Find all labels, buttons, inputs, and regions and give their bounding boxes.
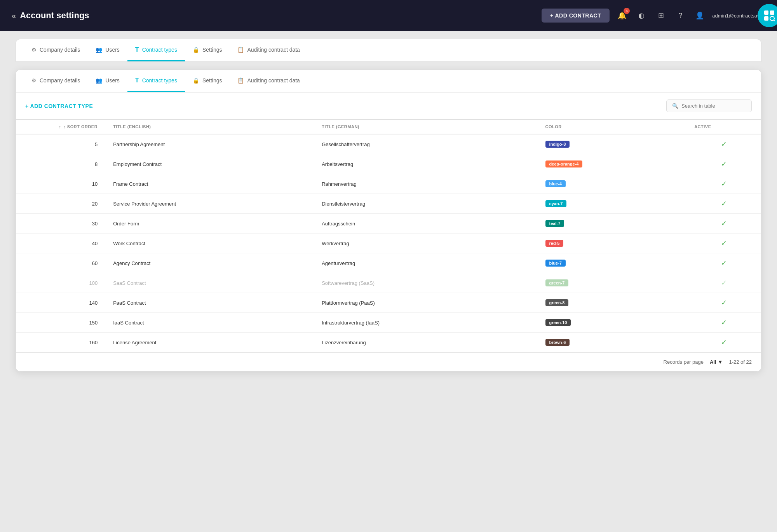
th-color[interactable]: COLOR: [538, 120, 687, 134]
check-icon: ✓: [694, 199, 753, 208]
table-footer: Records per page All ▼ 1-22 of 22: [16, 352, 761, 371]
grid-icon[interactable]: ⊞: [654, 9, 668, 23]
table-row[interactable]: 60 Agency Contract Agenturvertrag blue-7…: [16, 253, 761, 273]
search-input[interactable]: [681, 103, 744, 109]
cell-title-en: PaaS Contract: [105, 293, 314, 313]
cell-active: ✓: [686, 253, 761, 273]
inner-tab-company-details[interactable]: ⚙ Company details: [24, 70, 88, 92]
page-title: « Account settings: [12, 10, 89, 21]
cell-color: green-10: [538, 313, 687, 333]
outer-tabs: ⚙ Company details 👥 Users T Contract typ…: [16, 39, 761, 62]
cell-active: ✓: [686, 313, 761, 333]
color-badge: blue-7: [545, 260, 566, 267]
color-badge: cyan-7: [545, 200, 567, 207]
inner-company-icon: ⚙: [31, 77, 37, 84]
inner-tab-users[interactable]: 👥 Users: [88, 70, 127, 92]
cell-title-en: Work Contract: [105, 234, 314, 253]
inner-tabs: ⚙ Company details 👥 Users T Contract typ…: [16, 70, 761, 92]
cell-color: teal-7: [538, 214, 687, 234]
users-icon: 👥: [96, 47, 102, 53]
cell-title-en: Employment Contract: [105, 154, 314, 174]
inner-tab-settings[interactable]: 🔒 Settings: [185, 70, 230, 92]
theme-icon[interactable]: ◐: [634, 9, 648, 23]
th-title-de[interactable]: TITLE (GERMAN): [314, 120, 537, 134]
table-row[interactable]: 5 Partnership Agreement Gesellschafterve…: [16, 134, 761, 154]
outer-tab-users[interactable]: 👥 Users: [88, 40, 127, 61]
color-badge: green-7: [545, 279, 569, 286]
app-logo-circle: [758, 4, 777, 27]
cell-sort-order: 40: [16, 234, 105, 253]
cell-color: blue-4: [538, 174, 687, 194]
check-icon: ✓: [694, 318, 753, 327]
records-count: 1-22 of 22: [729, 359, 752, 365]
color-badge: brown-6: [545, 339, 570, 346]
account-icon[interactable]: 👤: [693, 9, 707, 23]
cell-sort-order: 160: [16, 333, 105, 352]
table-row[interactable]: 150 IaaS Contract Infrastrukturvertrag (…: [16, 313, 761, 333]
table-row[interactable]: 100 SaaS Contract Softwarevertrag (SaaS)…: [16, 273, 761, 293]
cell-color: cyan-7: [538, 194, 687, 214]
svg-rect-2: [764, 16, 768, 21]
cell-title-de: Arbeitsvertrag: [314, 154, 537, 174]
outer-tab-settings[interactable]: 🔒 Settings: [185, 40, 230, 61]
cell-title-en: Service Provider Agreement: [105, 194, 314, 214]
color-badge: deep-orange-4: [545, 160, 583, 167]
svg-rect-1: [770, 10, 774, 15]
records-per-page-label: Records per page: [664, 359, 704, 365]
cell-active: ✓: [686, 234, 761, 253]
top-navigation: « Account settings + ADD CONTRACT 🔔 6 ◐ …: [0, 0, 777, 31]
search-box[interactable]: 🔍: [666, 99, 752, 112]
cell-title-de: Infrastrukturvertrag (IaaS): [314, 313, 537, 333]
cell-title-en: License Agreement: [105, 333, 314, 352]
cell-title-de: Werkvertrag: [314, 234, 537, 253]
add-contract-type-button[interactable]: + ADD CONTRACT TYPE: [25, 103, 93, 109]
cell-title-en: IaaS Contract: [105, 313, 314, 333]
inner-tab-auditing[interactable]: 📋 Auditing contract data: [230, 70, 307, 92]
cell-color: brown-6: [538, 333, 687, 352]
chevron-left-icon[interactable]: «: [12, 11, 16, 20]
check-icon: ✓: [694, 219, 753, 228]
table-row[interactable]: 10 Frame Contract Rahmenvertrag blue-4 ✓: [16, 174, 761, 194]
add-contract-button[interactable]: + ADD CONTRACT: [542, 9, 610, 23]
table-row[interactable]: 40 Work Contract Werkvertrag red-5 ✓: [16, 234, 761, 253]
cell-color: deep-orange-4: [538, 154, 687, 174]
table-toolbar: + ADD CONTRACT TYPE 🔍: [16, 92, 761, 119]
table-row[interactable]: 20 Service Provider Agreement Dienstleis…: [16, 194, 761, 214]
check-icon: ✓: [694, 180, 753, 188]
check-icon: ✓: [694, 259, 753, 267]
cell-sort-order: 150: [16, 313, 105, 333]
outer-tab-auditing[interactable]: 📋 Auditing contract data: [230, 40, 307, 61]
outer-tab-company-details[interactable]: ⚙ Company details: [24, 40, 88, 61]
table-container: ↑ ↑ SORT ORDER TITLE (ENGLISH) TITLE (GE…: [16, 119, 761, 352]
outer-tab-contract-types[interactable]: T Contract types: [127, 39, 185, 61]
table-row[interactable]: 160 License Agreement Lizenzvereinbarung…: [16, 333, 761, 352]
color-badge: blue-4: [545, 180, 566, 187]
notification-icon[interactable]: 🔔 6: [615, 9, 629, 23]
table-row[interactable]: 8 Employment Contract Arbeitsvertrag dee…: [16, 154, 761, 174]
dropdown-arrow-icon: ▼: [718, 359, 723, 365]
inner-tab-contract-types[interactable]: T Contract types: [127, 70, 185, 92]
account-settings-title: Account settings: [20, 10, 89, 21]
cell-title-en: SaaS Contract: [105, 273, 314, 293]
color-badge: indigo-8: [545, 141, 570, 148]
table-row[interactable]: 140 PaaS Contract Plattformvertrag (PaaS…: [16, 293, 761, 313]
records-per-page-select[interactable]: All ▼: [710, 359, 723, 365]
th-title-en[interactable]: TITLE (ENGLISH): [105, 120, 314, 134]
notification-badge: 6: [624, 8, 630, 14]
company-icon: ⚙: [31, 47, 37, 53]
cell-title-en: Agency Contract: [105, 253, 314, 273]
cell-title-de: Dienstleistervertrag: [314, 194, 537, 214]
check-icon: ✓: [694, 279, 753, 287]
cell-active: ✓: [686, 333, 761, 352]
cell-title-en: Frame Contract: [105, 174, 314, 194]
help-icon[interactable]: ?: [673, 9, 687, 23]
cell-title-de: Gesellschaftervertrag: [314, 134, 537, 154]
check-icon: ✓: [694, 298, 753, 307]
svg-rect-0: [764, 10, 768, 15]
th-sort-order[interactable]: ↑ ↑ SORT ORDER: [16, 120, 105, 134]
cell-sort-order: 100: [16, 273, 105, 293]
color-badge: green-8: [545, 299, 569, 306]
table-row[interactable]: 30 Order Form Auftragsschein teal-7 ✓: [16, 214, 761, 234]
cell-active: ✓: [686, 154, 761, 174]
th-active[interactable]: ACTIVE: [686, 120, 761, 134]
